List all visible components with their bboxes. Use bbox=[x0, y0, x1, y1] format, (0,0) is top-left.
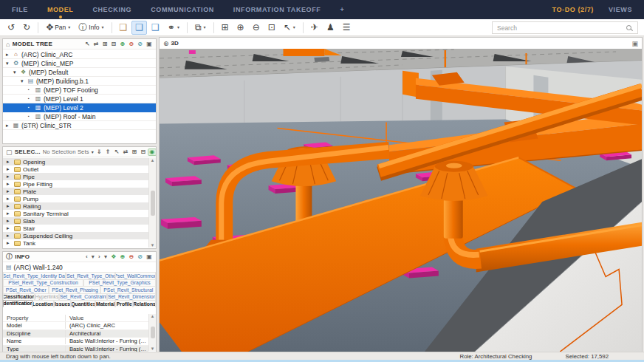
expand-icon[interactable] bbox=[7, 233, 12, 239]
import-icon[interactable]: ⇓ bbox=[96, 149, 103, 155]
expand-icon[interactable] bbox=[7, 166, 12, 172]
selection-list-item[interactable]: Tank bbox=[3, 239, 148, 247]
pick-tree-icon[interactable]: ↖ bbox=[114, 149, 120, 155]
toolbar-button[interactable]: ✈ bbox=[307, 21, 322, 35]
selection-scrollbar[interactable]: ▲ ▼ bbox=[148, 158, 156, 247]
info-pset-tab[interactable]: PSet_Revit_Type_Graphics bbox=[83, 279, 156, 287]
tree-expander-icon[interactable] bbox=[28, 114, 34, 119]
info-pset-tab[interactable]: PSet_Revit_Type_Identity Data bbox=[3, 272, 66, 279]
info-tab[interactable]: Issues bbox=[54, 300, 72, 307]
tree-expander-icon[interactable] bbox=[6, 52, 12, 58]
selection-list-item[interactable]: Stair bbox=[3, 225, 148, 232]
tree-expander-icon[interactable] bbox=[28, 87, 34, 92]
maximize-icon[interactable]: ▣ bbox=[631, 40, 638, 47]
info-tab[interactable]: Profile bbox=[115, 300, 133, 307]
next-icon[interactable]: › bbox=[97, 254, 101, 260]
toolbar-button[interactable]: ❑ bbox=[148, 21, 163, 35]
expand-icon[interactable] bbox=[7, 240, 12, 246]
menu-item[interactable]: COMMUNICATION bbox=[151, 6, 214, 13]
model-tree-row[interactable]: ▥ (MEP) TOF Footing bbox=[3, 86, 156, 95]
expand-icon[interactable] bbox=[7, 196, 12, 202]
expand-icon[interactable] bbox=[7, 159, 12, 165]
toolbar-button[interactable]: ↻ bbox=[19, 21, 34, 35]
info-pset-tab[interactable]: PSet_Revit_Type_Construction bbox=[3, 279, 83, 287]
selection-list-item[interactable]: Railing bbox=[3, 202, 148, 210]
tree-expander-icon[interactable] bbox=[28, 96, 34, 101]
info-tab[interactable]: Identification bbox=[3, 300, 32, 307]
info-pset-tab[interactable]: PSet_Revit_Type_Other bbox=[66, 272, 115, 279]
tree-expander-icon[interactable] bbox=[6, 61, 12, 66]
toolbar-button[interactable]: ❑ bbox=[131, 21, 147, 35]
info-tab[interactable]: PSet_Revit_Constraints bbox=[59, 293, 107, 301]
panel-menu-icon[interactable]: ▣ bbox=[145, 41, 153, 47]
info-tab[interactable]: Location bbox=[32, 300, 54, 307]
transparent-icon[interactable]: ⊘ bbox=[137, 41, 143, 47]
chevron-down-icon[interactable]: ▾ bbox=[92, 149, 94, 154]
sync-tree-icon[interactable]: ⇄ bbox=[123, 149, 129, 155]
info-pset-tab[interactable]: PSet_Revit_Phasing bbox=[49, 286, 100, 293]
toolbar-button[interactable]: ⊕ bbox=[233, 21, 248, 35]
pick-tree-icon[interactable]: ↖ bbox=[84, 41, 91, 47]
info-tab[interactable]: Relations bbox=[133, 300, 156, 307]
menu-item-right[interactable]: VIEWS bbox=[609, 6, 632, 13]
tree-expander-icon[interactable] bbox=[28, 105, 34, 110]
hide-icon[interactable]: ⊖ bbox=[128, 254, 134, 260]
selection-list-item[interactable]: Suspended Ceiling bbox=[3, 232, 148, 239]
search-box[interactable] bbox=[492, 21, 638, 34]
eye-icon[interactable]: ◉ bbox=[148, 149, 155, 155]
toolbar-button[interactable]: ⊡ bbox=[264, 21, 279, 35]
toolbar-button[interactable]: ❑ bbox=[116, 21, 131, 35]
toolbar-button[interactable]: ↖ ▾ bbox=[280, 21, 299, 35]
tree-expander-icon[interactable] bbox=[13, 69, 19, 75]
selection-list-item[interactable]: Pipe Fitting bbox=[3, 180, 148, 188]
expand-icon[interactable] bbox=[7, 211, 12, 216]
toolbar-button[interactable]: ✥ Pan ▾ bbox=[42, 21, 74, 35]
menu-item[interactable]: INFORMATION TAKEOFF bbox=[233, 6, 321, 13]
expand-icon[interactable] bbox=[7, 174, 12, 180]
selection-list-item[interactable]: Outlet bbox=[3, 165, 148, 173]
model-tree-row[interactable]: ▥ (MEP) Level 1 bbox=[3, 95, 156, 103]
selection-list-item[interactable]: Opening bbox=[3, 158, 148, 165]
toolbar-button[interactable]: ⊞ bbox=[218, 21, 233, 35]
scroll-up-icon[interactable]: ▲ bbox=[151, 314, 155, 318]
expand-tree-icon[interactable]: ⊞ bbox=[102, 41, 109, 47]
info-tab[interactable]: PSet_Revit_Dimensions bbox=[107, 293, 156, 301]
selection-sets-label[interactable]: No Selection Sets bbox=[43, 148, 89, 155]
expand-icon[interactable] bbox=[7, 181, 12, 187]
caret-icon[interactable]: ▾ bbox=[103, 254, 108, 260]
scroll-up-icon[interactable]: ▲ bbox=[151, 158, 155, 163]
toolbar-button[interactable]: ⓘ Info ▾ bbox=[75, 21, 107, 35]
toolbar-button[interactable] bbox=[112, 22, 112, 33]
info-tab[interactable]: Material bbox=[95, 300, 115, 307]
selection-list-item[interactable]: Sanitary Terminal bbox=[3, 210, 148, 217]
info-tab[interactable]: Quantities bbox=[71, 300, 95, 307]
search-input[interactable] bbox=[497, 24, 626, 32]
toolbar-button[interactable]: ⚭ ▾ bbox=[164, 21, 183, 35]
menu-item[interactable]: FILE bbox=[12, 6, 28, 13]
model-tree-row[interactable]: ▥ (MEP) Roof - Main bbox=[3, 112, 156, 121]
prev-icon[interactable]: ‹ bbox=[85, 254, 89, 260]
selection-list-item[interactable]: Plate bbox=[3, 188, 148, 195]
expand-icon[interactable] bbox=[7, 203, 12, 209]
info-scrollbar[interactable]: ▲ ▼ bbox=[148, 314, 156, 351]
tree-expander-icon[interactable] bbox=[6, 123, 12, 129]
toolbar-button[interactable]: ⊖ bbox=[249, 21, 264, 35]
info-tab[interactable]: Hyperlinks bbox=[35, 293, 59, 301]
property-row[interactable]: Discipline Architectural bbox=[3, 330, 148, 338]
property-row[interactable]: Name Basic Wall:Interior - Furring (152 … bbox=[3, 338, 148, 346]
info-pset-tab[interactable]: PSet_Revit_Other bbox=[3, 286, 49, 293]
toolbar-button[interactable]: ♟ bbox=[323, 21, 338, 35]
scrollbar-thumb[interactable] bbox=[151, 327, 155, 338]
collapse-tree-icon[interactable]: ⊟ bbox=[140, 149, 146, 155]
menu-item[interactable]: + bbox=[340, 6, 344, 13]
hide-icon[interactable]: ⊖ bbox=[128, 41, 134, 47]
toolbar-button[interactable] bbox=[213, 22, 214, 33]
model-tree-row[interactable]: ▥ (MEP) Level 2 bbox=[3, 103, 156, 112]
model-tree-row[interactable]: ▤ (MEP) Building.b.1 bbox=[3, 77, 156, 86]
toolbar-button[interactable]: ↺ bbox=[4, 21, 18, 35]
toolbar-button[interactable]: ⧉ ▾ bbox=[191, 21, 210, 35]
balls-icon[interactable]: ❖ bbox=[110, 254, 117, 260]
model-tree-row[interactable]: ⚙ (MEP) Clinic_MEP bbox=[3, 59, 156, 68]
expand-icon[interactable] bbox=[7, 218, 12, 224]
info-pset-tab[interactable]: Pset_WallCommon bbox=[115, 272, 156, 279]
